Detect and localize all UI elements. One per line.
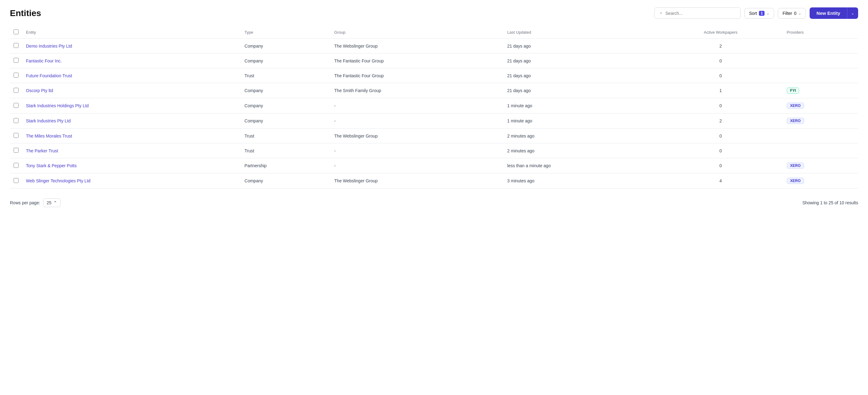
cell-group: -	[331, 114, 503, 128]
cell-group: The Fantastic Four Group	[331, 54, 503, 68]
cell-last-updated: 1 minute ago	[503, 98, 658, 114]
cell-type: Company	[241, 54, 331, 68]
cell-entity: Oscorp Pty ltd	[22, 83, 241, 98]
row-checkbox[interactable]	[13, 133, 19, 138]
cell-entity: The Parker Trust	[22, 144, 241, 158]
cell-type: Company	[241, 98, 331, 114]
col-last-updated: Last Updated	[503, 26, 658, 39]
cell-type: Partnership	[241, 158, 331, 173]
entity-link[interactable]: Future Foundation Trust	[26, 73, 72, 78]
rows-per-page-label: Rows per page:	[10, 200, 40, 205]
row-checkbox[interactable]	[13, 43, 19, 48]
chevron-down-icon-new: ⌄	[851, 11, 855, 16]
entity-link[interactable]: The Miles Morales Trust	[26, 133, 72, 139]
row-checkbox-cell	[10, 158, 22, 173]
table-footer: Rows per page: 25 ⌃ Showing 1 to 25 of 1…	[10, 195, 858, 207]
cell-entity: Demo Industries Pty Ltd	[22, 39, 241, 54]
cell-type: Trust	[241, 144, 331, 158]
entity-link[interactable]: Stark Industries Holdings Pty Ltd	[26, 103, 89, 108]
filter-label: Filter	[782, 11, 792, 16]
cell-active-workpapers: 0	[658, 158, 783, 173]
search-icon: ⚬	[659, 10, 663, 16]
row-checkbox-cell	[10, 39, 22, 54]
new-entity-btn-group: New Entity ⌄	[810, 7, 858, 19]
row-checkbox[interactable]	[13, 163, 19, 168]
row-checkbox[interactable]	[13, 178, 19, 183]
cell-last-updated: 21 days ago	[503, 83, 658, 98]
cell-last-updated: 21 days ago	[503, 68, 658, 83]
entity-link[interactable]: Tony Stark & Pepper Potts	[26, 163, 76, 168]
cell-last-updated: 21 days ago	[503, 39, 658, 54]
cell-active-workpapers: 2	[658, 114, 783, 128]
table-row: Stark Industries Holdings Pty LtdCompany…	[10, 98, 858, 114]
rows-per-page-section: Rows per page: 25 ⌃	[10, 199, 61, 207]
page-title: Entities	[10, 8, 41, 18]
select-all-checkbox[interactable]	[13, 29, 19, 34]
search-input[interactable]	[665, 11, 736, 16]
entity-link[interactable]: Fantastic Four Inc.	[26, 58, 62, 63]
sort-button[interactable]: Sort 1 ⌄	[744, 8, 774, 19]
row-checkbox[interactable]	[13, 103, 19, 108]
entity-link[interactable]: Web Slinger Technologies Pty Ltd	[26, 178, 91, 183]
cell-group: -	[331, 98, 503, 114]
table-row: Stark Industries Pty LtdCompany-1 minute…	[10, 114, 858, 128]
col-providers: Providers	[783, 26, 858, 39]
col-entity: Entity	[22, 26, 241, 39]
cell-group: -	[331, 144, 503, 158]
cell-entity: Web Slinger Technologies Pty Ltd	[22, 173, 241, 188]
entity-link[interactable]: The Parker Trust	[26, 148, 58, 153]
entity-link[interactable]: Oscorp Pty ltd	[26, 88, 53, 93]
cell-group: The Webslinger Group	[331, 39, 503, 54]
cell-entity: Future Foundation Trust	[22, 68, 241, 83]
row-checkbox-cell	[10, 54, 22, 68]
cell-entity: Stark Industries Pty Ltd	[22, 114, 241, 128]
cell-active-workpapers: 0	[658, 68, 783, 83]
cell-active-workpapers: 0	[658, 98, 783, 114]
cell-providers: XERO	[783, 173, 858, 188]
chevron-up-icon: ⌃	[54, 200, 57, 205]
table-row: Fantastic Four Inc.CompanyThe Fantastic …	[10, 54, 858, 68]
header-actions: ⚬ Sort 1 ⌄ Filter 0 ⌄ New Entity ⌄	[654, 7, 858, 19]
provider-badge: XERO	[787, 162, 804, 169]
search-bar: ⚬	[654, 7, 741, 19]
cell-entity: Stark Industries Holdings Pty Ltd	[22, 98, 241, 114]
col-active-workpapers: Active Workpapers	[658, 26, 783, 39]
entity-link[interactable]: Stark Industries Pty Ltd	[26, 118, 71, 123]
row-checkbox-cell	[10, 173, 22, 188]
cell-type: Trust	[241, 128, 331, 144]
cell-active-workpapers: 0	[658, 54, 783, 68]
row-checkbox[interactable]	[13, 88, 19, 93]
cell-last-updated: 21 days ago	[503, 54, 658, 68]
row-checkbox[interactable]	[13, 73, 19, 78]
rows-per-page-selector[interactable]: 25 ⌃	[43, 199, 61, 207]
row-checkbox[interactable]	[13, 148, 19, 153]
cell-providers	[783, 68, 858, 83]
filter-count: 0	[794, 11, 797, 16]
provider-badge: FYI	[787, 88, 799, 94]
cell-group: The Fantastic Four Group	[331, 68, 503, 83]
cell-providers	[783, 54, 858, 68]
table-row: Tony Stark & Pepper PottsPartnership-les…	[10, 158, 858, 173]
cell-entity: The Miles Morales Trust	[22, 128, 241, 144]
cell-last-updated: 3 minutes ago	[503, 173, 658, 188]
header-checkbox-cell	[10, 26, 22, 39]
cell-providers	[783, 128, 858, 144]
row-checkbox-cell	[10, 68, 22, 83]
row-checkbox[interactable]	[13, 58, 19, 63]
cell-active-workpapers: 0	[658, 128, 783, 144]
cell-group: The Webslinger Group	[331, 128, 503, 144]
cell-type: Company	[241, 173, 331, 188]
provider-badge: XERO	[787, 178, 804, 184]
cell-last-updated: 1 minute ago	[503, 114, 658, 128]
cell-providers	[783, 39, 858, 54]
provider-badge: XERO	[787, 102, 804, 109]
entity-link[interactable]: Demo Industries Pty Ltd	[26, 43, 72, 49]
cell-type: Trust	[241, 68, 331, 83]
filter-button[interactable]: Filter 0 ⌄	[778, 8, 806, 19]
new-entity-button[interactable]: New Entity	[810, 7, 847, 19]
row-checkbox[interactable]	[13, 118, 19, 123]
sort-label: Sort	[749, 11, 757, 16]
cell-providers	[783, 144, 858, 158]
new-entity-dropdown-button[interactable]: ⌄	[847, 7, 858, 19]
row-checkbox-cell	[10, 98, 22, 114]
